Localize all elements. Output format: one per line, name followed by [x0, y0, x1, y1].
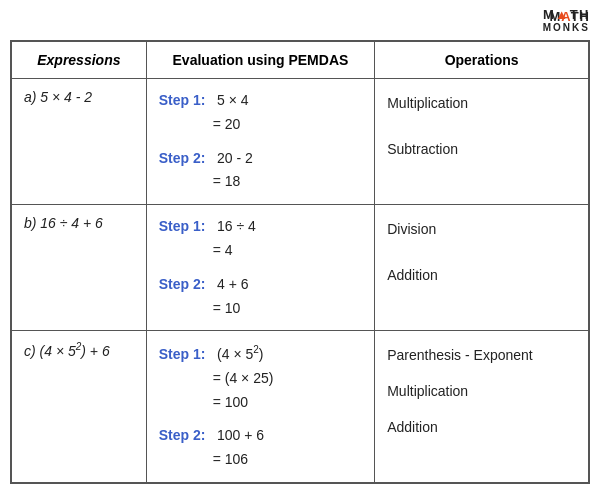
op-b2: Addition — [387, 261, 576, 289]
header-expressions: Expressions — [12, 42, 147, 79]
op-c2: Multiplication — [387, 377, 576, 405]
operations-a: Multiplication Subtraction — [375, 79, 589, 205]
logo-line2: MONKS — [543, 22, 590, 33]
operations-c: Parenthesis - Exponent Multiplication Ad… — [375, 331, 589, 483]
header-operations: Operations — [375, 42, 589, 79]
operations-b: Division Addition — [375, 205, 589, 331]
step-a2: Step 2: 20 - 2 = 18 — [159, 147, 363, 195]
expression-a: a) 5 × 4 - 2 — [12, 79, 147, 205]
step-label-c2: Step 2: — [159, 427, 206, 443]
expression-c: c) (4 × 52) + 6 — [12, 331, 147, 483]
header-evaluation: Evaluation using PEMDAS — [146, 42, 375, 79]
table-header-row: Expressions Evaluation using PEMDAS Oper… — [12, 42, 589, 79]
evaluation-c: Step 1: (4 × 52) = (4 × 25) = 100 Step 2… — [146, 331, 375, 483]
table-row: a) 5 × 4 - 2 Step 1: 5 × 4 = 20 Step 2: … — [12, 79, 589, 205]
table-row: c) (4 × 52) + 6 Step 1: (4 × 52) = (4 × … — [12, 331, 589, 483]
op-c1: Parenthesis - Exponent — [387, 341, 576, 369]
evaluation-b: Step 1: 16 ÷ 4 = 4 Step 2: 4 + 6 = 10 — [146, 205, 375, 331]
step-c2: Step 2: 100 + 6 = 106 — [159, 424, 363, 472]
op-b1: Division — [387, 215, 576, 243]
expression-b: b) 16 ÷ 4 + 6 — [12, 205, 147, 331]
step-a1: Step 1: 5 × 4 = 20 — [159, 89, 363, 137]
logo-a: ▲ — [555, 7, 569, 22]
evaluation-a: Step 1: 5 × 4 = 20 Step 2: 20 - 2 = 18 — [146, 79, 375, 205]
step-b1: Step 1: 16 ÷ 4 = 4 — [159, 215, 363, 263]
step-label-b1: Step 1: — [159, 218, 206, 234]
step-c1: Step 1: (4 × 52) = (4 × 25) = 100 — [159, 341, 363, 414]
step-label-a1: Step 1: — [159, 92, 206, 108]
pemdas-table: Expressions Evaluation using PEMDAS Oper… — [11, 41, 589, 483]
step-label-b2: Step 2: — [159, 276, 206, 292]
step-label-a2: Step 2: — [159, 150, 206, 166]
op-c3: Addition — [387, 413, 576, 441]
logo-line1: M▲TH — [543, 8, 590, 22]
op-a1: Multiplication — [387, 89, 576, 117]
logo-container: M▲TH MONKS — [543, 8, 590, 33]
step-b2: Step 2: 4 + 6 = 10 — [159, 273, 363, 321]
main-table-wrapper: Expressions Evaluation using PEMDAS Oper… — [10, 40, 590, 484]
op-a2: Subtraction — [387, 135, 576, 163]
table-row: b) 16 ÷ 4 + 6 Step 1: 16 ÷ 4 = 4 Step 2:… — [12, 205, 589, 331]
step-label-c1: Step 1: — [159, 346, 206, 362]
